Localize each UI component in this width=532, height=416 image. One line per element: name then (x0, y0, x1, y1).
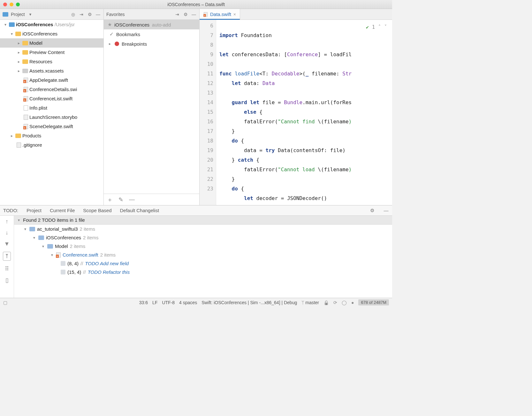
tree-file[interactable]: SceneDelegate.swift (0, 122, 103, 131)
tree-folder[interactable]: Resources (0, 57, 103, 66)
project-tree[interactable]: iOSConferences /Users/jsr iOSConferences… (0, 20, 103, 205)
memory-indicator[interactable]: 678 of 2487M (358, 299, 389, 305)
chevron-right-icon[interactable] (17, 59, 21, 64)
todo-summary[interactable]: Found 2 TODO items in 1 file (14, 216, 392, 225)
chevron-down-icon[interactable] (50, 253, 54, 257)
todo-item[interactable]: (8, 4) // TODO Add new field (14, 259, 392, 268)
group-icon[interactable]: ⠿ (5, 265, 9, 272)
todo-tab-current-file[interactable]: Current File (50, 208, 75, 213)
chevron-down-icon[interactable] (23, 227, 27, 231)
tree-file[interactable]: ConferenceDetails.swi (0, 85, 103, 94)
dir-count: 2 items (80, 226, 95, 232)
edit-icon[interactable]: ✎ (118, 196, 123, 203)
project-header: Project ▼ ◎ ⇥ ⚙ — (0, 9, 103, 20)
chevron-right-icon[interactable] (10, 134, 14, 138)
line-separator[interactable]: LF (152, 300, 157, 305)
remove-icon[interactable]: — (129, 196, 135, 203)
close-tab-icon[interactable]: × (233, 12, 236, 17)
target-icon[interactable]: ◎ (70, 12, 76, 17)
todo-file[interactable]: Conference.swift 2 items (14, 250, 392, 259)
todo-item[interactable]: (15, 4) // TODO Refactor this (14, 268, 392, 276)
chevron-right-icon[interactable] (17, 69, 21, 73)
project-label[interactable]: Project (11, 12, 25, 17)
chevron-down-icon[interactable] (3, 22, 8, 27)
tree-folder-model[interactable]: Model (0, 38, 103, 48)
inspect-icon[interactable]: ◯ (342, 300, 347, 305)
arrow-up-icon[interactable]: ↑ (5, 218, 8, 225)
favorites-list[interactable]: iOSConferences auto-add Bookmarks Breakp… (104, 20, 199, 194)
tree-file[interactable]: Info.plist (0, 103, 103, 112)
tree-folder[interactable]: Preview Content (0, 48, 103, 57)
minimize-panel-icon[interactable]: — (191, 12, 197, 17)
favorites-item-breakpoints[interactable]: Breakpoints (104, 39, 199, 49)
chevron-right-icon[interactable] (108, 42, 112, 46)
storyboard-file-icon (24, 115, 28, 120)
tree-folder[interactable]: Assets.xcassets (0, 66, 103, 75)
status-bar: ▢ 33:6 LF UTF-8 4 spaces Swift: iOSConfe… (0, 298, 392, 307)
prev-highlight-icon[interactable]: ˆ (378, 22, 381, 32)
tool-window-icon[interactable]: ▢ (3, 300, 7, 305)
chevron-down-icon[interactable]: ▼ (29, 12, 32, 16)
minimize-panel-icon[interactable]: — (383, 208, 389, 213)
fav-item-name: iOSConferences (114, 22, 149, 27)
chevron-down-icon[interactable] (41, 244, 45, 249)
gutter[interactable]: 6 7 8 9 10 11 12 13 14 15 16 17 18 19 20… (200, 20, 216, 205)
editor-panel: Data.swift × ✔ 1 ˆ ˇ 6 7 8 9 10 11 12 13… (200, 9, 392, 205)
branch-icon (301, 300, 305, 305)
todo-tree[interactable]: Found 2 TODO items in 1 file ac_tutorial… (14, 216, 392, 298)
notifications-icon[interactable]: ● (351, 300, 354, 305)
favorites-item-bookmarks[interactable]: Bookmarks (104, 29, 199, 39)
tree-file[interactable]: .gitignore (0, 140, 103, 150)
chevron-right-icon[interactable] (17, 41, 21, 45)
chevron-right-icon[interactable] (17, 50, 21, 55)
indent-setting[interactable]: 4 spaces (179, 300, 197, 305)
tree-root[interactable]: iOSConferences /Users/jsr (0, 20, 103, 29)
tree-file[interactable]: LaunchScreen.storybo (0, 112, 103, 122)
caret-position[interactable]: 33:6 (139, 300, 148, 305)
arrow-down-icon[interactable]: ↓ (5, 229, 8, 236)
todo-sep: // (80, 261, 83, 266)
chevron-down-icon[interactable] (10, 32, 14, 36)
sync-icon[interactable]: ⟳ (333, 300, 337, 305)
inspection-widget[interactable]: ✔ 1 ˆ ˇ (366, 22, 387, 32)
preview-icon[interactable]: ▯ (5, 277, 9, 284)
next-highlight-icon[interactable]: ˇ (384, 22, 387, 32)
todo-toolbar: ↑ ↓ ▼ ⤒ ⠿ ▯ (0, 216, 14, 298)
folder-label: Assets.xcassets (29, 68, 64, 73)
filter-icon[interactable]: ▼ (4, 241, 10, 247)
code-editor[interactable]: ✔ 1 ˆ ˇ 6 7 8 9 10 11 12 13 14 15 16 17 … (200, 20, 392, 205)
run-config[interactable]: Swift: iOSConferences | Sim -...x86_64] … (201, 300, 297, 305)
editor-tab[interactable]: Data.swift × (200, 9, 240, 19)
todo-tab-project[interactable]: Project (27, 208, 42, 213)
project-icon (3, 12, 8, 17)
favorites-item-project[interactable]: iOSConferences auto-add (104, 20, 199, 29)
gear-icon[interactable]: ⚙ (369, 208, 375, 213)
folder-icon (15, 134, 21, 138)
todo-dir[interactable]: ac_tutorial_swiftui3 2 items (14, 225, 392, 233)
tree-file[interactable]: AppDelegate.swift (0, 75, 103, 85)
todo-dir[interactable]: iOSConferences 2 items (14, 233, 392, 242)
root-path: /Users/jsr (55, 22, 75, 27)
todo-tab-scope[interactable]: Scope Based (83, 208, 111, 213)
tree-folder[interactable]: Products (0, 131, 103, 140)
todo-dir[interactable]: Model 2 items (14, 242, 392, 250)
collapse-icon[interactable]: ⇥ (174, 12, 180, 17)
gear-icon[interactable]: ⚙ (183, 12, 188, 17)
dir-name: iOSConferences (46, 235, 81, 240)
chevron-down-icon[interactable] (32, 235, 36, 240)
chevron-down-icon[interactable] (17, 218, 21, 222)
autoscroll-icon[interactable]: ⤒ (3, 252, 11, 261)
todo-summary-text: Found 2 TODO items in 1 file (23, 217, 85, 223)
lock-icon[interactable] (323, 300, 329, 305)
collapse-icon[interactable]: ⇥ (79, 12, 84, 17)
tree-folder[interactable]: iOSConferences (0, 29, 103, 38)
git-branch[interactable]: master (301, 300, 319, 305)
minimize-panel-icon[interactable]: — (95, 12, 101, 17)
file-encoding[interactable]: UTF-8 (162, 300, 175, 305)
todo-tab-changelist[interactable]: Default Changelist (120, 208, 159, 213)
add-icon[interactable]: ＋ (107, 196, 113, 204)
code-area[interactable]: import Foundation let conferencesData: [… (216, 20, 392, 205)
tree-file[interactable]: ConferenceList.swift (0, 94, 103, 103)
gear-icon[interactable]: ⚙ (87, 12, 93, 17)
file-icon (17, 143, 21, 148)
